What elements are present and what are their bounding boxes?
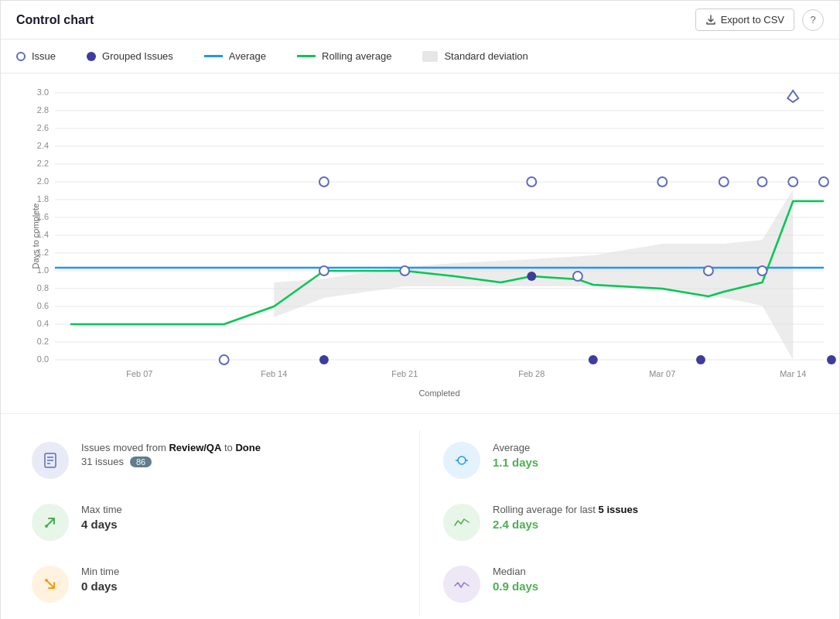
stat-max-label: Max time [81, 504, 122, 515]
svg-point-29 [819, 177, 828, 186]
stat-median: Median 0.9 days [435, 553, 816, 615]
svg-text:0.6: 0.6 [37, 301, 49, 310]
stats-left: Issues moved from Review/QA to Done 31 i… [24, 429, 420, 615]
rolling-icon [452, 513, 471, 532]
stats-right: Average 1.1 days Rolling average for las… [420, 429, 816, 615]
stat-issues-count: 31 issues 86 [81, 456, 261, 467]
svg-point-66 [458, 457, 466, 464]
stat-min-value: 0 days [81, 580, 119, 593]
stat-rolling-label: Rolling average for last 5 issues [493, 504, 638, 515]
svg-text:2.8: 2.8 [37, 105, 49, 115]
legend-average-icon [204, 55, 223, 57]
stat-median-label: Median [493, 566, 538, 577]
stat-average-label: Average [493, 442, 538, 453]
svg-point-33 [527, 272, 536, 281]
svg-point-64 [45, 525, 48, 528]
svg-point-21 [400, 266, 409, 275]
svg-text:2.0: 2.0 [37, 176, 49, 186]
svg-text:Feb 28: Feb 28 [518, 369, 545, 378]
chart-svg: 0.0 0.2 0.4 0.6 0.8 1.0 1.2 1.4 1.6 1.8 … [55, 89, 824, 383]
legend-grouped-icon [87, 52, 96, 61]
chart-legend: Issue Grouped Issues Average Rolling ave… [1, 39, 839, 74]
svg-point-35 [696, 355, 705, 364]
stat-from-label: Review/QA [169, 442, 221, 453]
stat-min-content: Min time 0 days [81, 566, 119, 593]
arrow-down-icon [41, 575, 60, 593]
svg-text:1.6: 1.6 [37, 212, 49, 221]
svg-text:Feb 14: Feb 14 [261, 369, 287, 378]
stat-issues-content: Issues moved from Review/QA to Done 31 i… [81, 442, 261, 467]
svg-point-24 [527, 177, 536, 186]
stat-max-content: Max time 4 days [81, 504, 122, 531]
svg-text:Feb 07: Feb 07 [126, 369, 152, 378]
export-button[interactable]: Export to CSV [695, 9, 794, 31]
stat-rolling-value: 2.4 days [493, 518, 638, 531]
legend-grouped-label: Grouped Issues [102, 50, 173, 62]
stat-min-icon [32, 566, 69, 603]
stat-issues-label: Issues moved from Review/QA to Done [81, 442, 261, 453]
legend-issue-label: Issue [32, 50, 56, 62]
chart-header: Control chart Export to CSV ? [1, 1, 839, 39]
svg-point-22 [758, 266, 767, 275]
stat-max-icon [32, 504, 69, 541]
header-actions: Export to CSV ? [695, 9, 824, 31]
stat-max-time: Max time 4 days [24, 491, 419, 553]
stat-average: Average 1.1 days [435, 429, 816, 491]
svg-point-25 [657, 177, 667, 186]
help-button[interactable]: ? [802, 9, 824, 31]
legend-average: Average [204, 50, 266, 62]
svg-point-34 [589, 355, 598, 364]
page-title: Control chart [16, 13, 94, 27]
chart-area: Days to complete [1, 74, 839, 405]
svg-text:Mar 14: Mar 14 [780, 369, 806, 378]
stat-rolling: Rolling average for last 5 issues 2.4 da… [435, 491, 816, 553]
stat-issue-number: 31 issues [81, 456, 124, 467]
stat-rolling-icon [443, 504, 480, 541]
export-icon [705, 15, 716, 26]
svg-rect-0 [55, 89, 824, 368]
legend-rolling-icon [297, 55, 316, 57]
export-label: Export to CSV [721, 14, 784, 26]
legend-stddev-label: Standard deviation [444, 50, 528, 62]
svg-text:2.6: 2.6 [37, 123, 49, 132]
legend-average-label: Average [229, 50, 266, 62]
average-icon [452, 451, 471, 470]
stats-section: Issues moved from Review/QA to Done 31 i… [1, 413, 839, 619]
svg-point-32 [319, 355, 329, 364]
svg-text:Feb 21: Feb 21 [391, 369, 418, 378]
stat-to-label: Done [235, 442, 261, 453]
arrow-up-icon [41, 513, 60, 532]
svg-point-65 [45, 579, 48, 582]
stat-min-label: Min time [81, 566, 119, 577]
svg-text:2.4: 2.4 [37, 141, 49, 150]
svg-text:0.8: 0.8 [37, 283, 49, 292]
svg-text:1.2: 1.2 [37, 248, 49, 257]
svg-point-26 [719, 177, 729, 186]
stat-issues-icon [32, 442, 69, 479]
stat-issues: Issues moved from Review/QA to Done 31 i… [24, 429, 419, 491]
svg-text:0.4: 0.4 [37, 319, 49, 328]
stat-max-value: 4 days [81, 518, 122, 531]
svg-point-23 [319, 177, 329, 186]
svg-text:Mar 07: Mar 07 [649, 369, 675, 378]
document-icon [41, 451, 60, 470]
stat-average-content: Average 1.1 days [493, 442, 538, 469]
stat-median-value: 0.9 days [493, 580, 538, 593]
stat-min-time: Min time 0 days [24, 553, 419, 615]
svg-text:1.8: 1.8 [37, 194, 49, 203]
stat-average-value: 1.1 days [493, 456, 538, 469]
stat-median-content: Median 0.9 days [493, 566, 538, 593]
svg-text:0.2: 0.2 [37, 337, 49, 346]
x-axis-label: Completed [55, 388, 824, 398]
stat-median-icon [443, 566, 480, 603]
legend-issue: Issue [16, 50, 56, 62]
svg-text:2.2: 2.2 [37, 159, 49, 168]
legend-rolling: Rolling average [297, 50, 391, 62]
svg-point-36 [827, 355, 836, 364]
svg-point-31 [704, 266, 713, 275]
legend-rolling-label: Rolling average [322, 50, 391, 62]
svg-text:3.0: 3.0 [37, 87, 49, 97]
stat-average-icon [443, 442, 480, 479]
median-icon [452, 575, 471, 593]
stat-issues-badge: 86 [130, 457, 152, 467]
